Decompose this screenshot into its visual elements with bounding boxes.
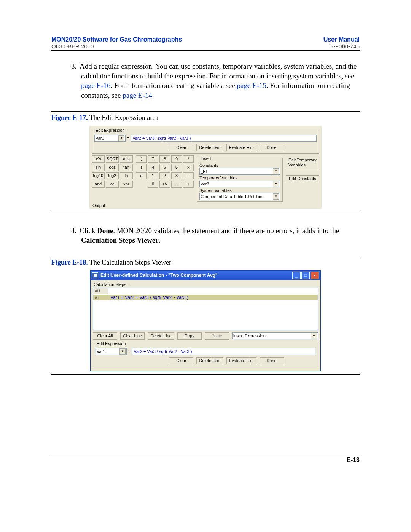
dropdown-arrow-icon: ▼ (273, 181, 279, 187)
minimize-button[interactable]: _ (292, 272, 301, 279)
pad-rparen-button[interactable]: ) (136, 164, 147, 171)
clear-button[interactable]: Clear (169, 144, 193, 151)
step-3-number: 3. (71, 61, 80, 71)
step-4-number: 4. (71, 226, 80, 236)
equals-label: = (127, 136, 129, 141)
function-button-grid: x^y SQRT abs sin cos tan log10 log2 ln a… (92, 155, 133, 188)
insert-expression-combo[interactable]: Insert Expression ▼ (232, 332, 318, 339)
pad-lparen-button[interactable]: ( (136, 155, 147, 163)
fn-abs-button[interactable]: abs (120, 155, 133, 163)
fn-cos-button[interactable]: cos (106, 164, 119, 171)
pad-mul-button[interactable]: x (183, 164, 194, 171)
doc-title-left: MON20/20 Software for Gas Chromatographs (51, 36, 182, 43)
sysvars-label: System Variables (199, 188, 280, 193)
window-title: Edit User-defined Calculation - "Two Com… (100, 273, 218, 278)
pad-7-button[interactable]: 7 (148, 155, 158, 163)
evaluate-exp-button-2[interactable]: Evaluate Exp (226, 357, 256, 364)
link-page-e14[interactable]: page E-14 (123, 91, 152, 99)
pad-plus-button[interactable]: + (183, 181, 194, 188)
sysvars-combo[interactable]: Component Data Table 1.Ret Time ▼ (199, 193, 280, 200)
pad-9-button[interactable]: 9 (171, 155, 182, 163)
pad-2-button[interactable]: 2 (159, 172, 170, 179)
app-icon (92, 272, 98, 278)
equals-label-2: = (128, 349, 131, 354)
pad-3-button[interactable]: 3 (171, 172, 182, 179)
maximize-button[interactable]: □ (301, 272, 310, 279)
page-number: E-13 (51, 455, 360, 463)
pad-dot-button[interactable]: . (171, 181, 182, 188)
output-group-label: Output (92, 203, 319, 208)
pad-e-button[interactable]: e (136, 172, 147, 179)
fn-log2-button[interactable]: log2 (106, 172, 119, 179)
fn-log10-button[interactable]: log10 (92, 172, 105, 179)
tempvars-combo[interactable]: Var3 ▼ (199, 181, 280, 187)
calc-steps-list[interactable]: #0 #1 Var1 = Var2 + Var3 / sqrt( Var2 - … (93, 288, 318, 330)
variable-combo-2[interactable]: Var1 ▼ (96, 348, 127, 355)
clear-button-2[interactable]: Clear (169, 357, 193, 364)
dropdown-arrow-icon: ▼ (118, 135, 124, 141)
fn-or-button[interactable]: or (106, 181, 119, 188)
copy-button[interactable]: Copy (177, 332, 202, 340)
pad-5-button[interactable]: 5 (159, 164, 170, 171)
figure-e17-caption: Figure E-17. The Edit Expression area (51, 114, 360, 122)
pad-neg-button[interactable]: +/- (159, 181, 170, 188)
pad-6-button[interactable]: 6 (171, 164, 182, 171)
edit-expression-groupbox-legend-2: Edit Expression (96, 341, 127, 346)
delete-line-button[interactable]: Delete Line (148, 332, 174, 340)
list-item[interactable]: #1 Var1 = Var2 + Var3 / sqrt( Var2 - Var… (93, 294, 318, 301)
fn-tan-button[interactable]: tan (120, 164, 133, 171)
paste-button: Paste (205, 332, 229, 340)
pad-0-button[interactable]: 0 (148, 181, 158, 188)
edit-expression-panel: Edit Expression Var1 ▼ = Var2 + Var3 / s… (89, 126, 322, 209)
pad-div-button[interactable]: / (183, 155, 194, 163)
clear-all-button[interactable]: Clear All (93, 332, 117, 340)
link-page-e15[interactable]: page E-15 (237, 81, 266, 89)
delete-item-button-2[interactable]: Delete Item (196, 357, 223, 364)
insert-groupbox-legend: Insert (199, 156, 212, 161)
pad-8-button[interactable]: 8 (159, 155, 170, 163)
done-button-2[interactable]: Done (260, 357, 284, 364)
pad-minus-button[interactable]: - (183, 172, 194, 179)
constants-label: Constants (199, 163, 280, 168)
clear-line-button[interactable]: Clear Line (120, 332, 145, 340)
edit-expression-groupbox-legend: Edit Expression (94, 128, 126, 133)
link-page-e16[interactable]: page E-16 (81, 81, 111, 89)
pad-4-button[interactable]: 4 (148, 164, 158, 171)
dropdown-arrow-icon: ▼ (119, 348, 126, 355)
figure-e18-caption: Figure E-18. The Calculation Steps Viewe… (51, 259, 360, 267)
dropdown-arrow-icon: ▼ (311, 333, 317, 339)
done-button[interactable]: Done (260, 144, 284, 151)
pad-1-button[interactable]: 1 (148, 172, 158, 179)
tempvars-label: Temporary Variables (199, 176, 280, 180)
delete-item-button[interactable]: Delete Item (196, 144, 223, 151)
doc-date: OCTOBER 2010 (51, 43, 94, 50)
calc-steps-label: Calculation Steps : (94, 282, 318, 287)
formula-input[interactable]: Var2 + Var3 / sqrt( Var2 - Var3 ) (131, 135, 317, 142)
numpad-grid: ( 7 8 9 / ) 4 5 6 x e 1 2 3 - 0 +/- . + (136, 155, 194, 188)
window-titlebar[interactable]: Edit User-defined Calculation - "Two Com… (91, 271, 320, 280)
fn-sqrt-button[interactable]: SQRT (106, 155, 119, 163)
fn-xpow-button[interactable]: x^y (92, 155, 105, 163)
evaluate-exp-button[interactable]: Evaluate Exp (226, 144, 256, 151)
edit-temp-variables-button[interactable]: Edit Temporary Variables (286, 157, 319, 168)
list-item[interactable]: #0 (93, 288, 318, 294)
variable-combo[interactable]: Var1 ▼ (94, 135, 126, 142)
dropdown-arrow-icon: ▼ (273, 193, 279, 200)
calculation-steps-window: Edit User-defined Calculation - "Two Com… (90, 270, 321, 371)
step-3-paragraph: 3.Add a regular expression. You can use … (81, 61, 360, 101)
fn-and-button[interactable]: and (92, 181, 105, 188)
step-4-paragraph: 4.Click Done. MON 20/20 validates the st… (81, 226, 360, 245)
fn-sin-button[interactable]: sin (92, 164, 105, 171)
constants-combo[interactable]: _PI ▼ (199, 168, 280, 175)
dropdown-arrow-icon: ▼ (273, 168, 279, 174)
fn-xor-button[interactable]: xor (120, 181, 133, 188)
formula-input-2[interactable]: Var2 + Var3 / sqrt( Var2 - Var3 ) (132, 348, 315, 355)
close-button[interactable]: × (311, 272, 319, 279)
fn-ln-button[interactable]: ln (120, 172, 133, 179)
doc-number: 3-9000-745 (330, 43, 360, 50)
edit-constants-button[interactable]: Edit Constants (286, 175, 319, 182)
doc-title-right: User Manual (323, 36, 360, 43)
